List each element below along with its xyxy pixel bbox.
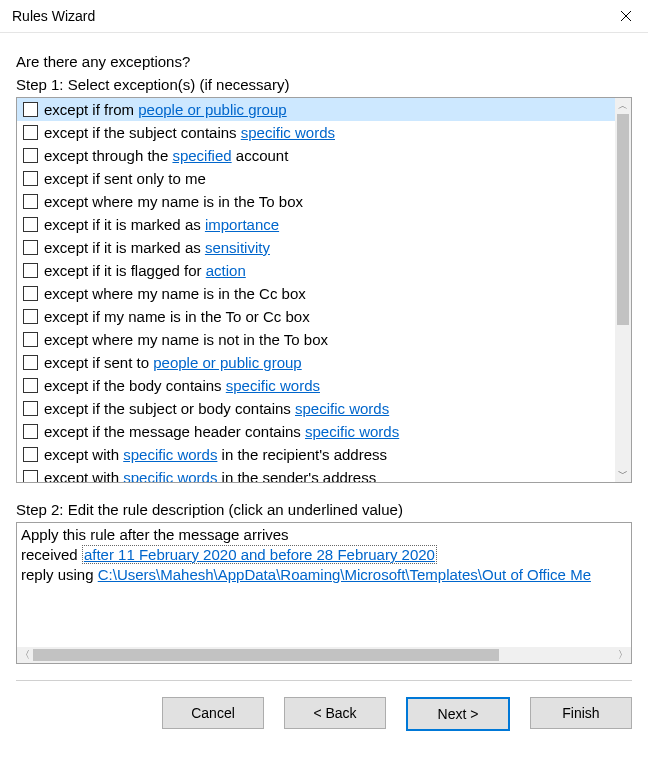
exception-item[interactable]: except if it is marked as importance bbox=[17, 213, 615, 236]
checkbox[interactable] bbox=[23, 125, 38, 140]
description-line: received after 11 February 2020 and befo… bbox=[21, 545, 627, 565]
checkbox[interactable] bbox=[23, 102, 38, 117]
exception-item[interactable]: except if it is marked as sensitivity bbox=[17, 236, 615, 259]
exception-item[interactable]: except with specific words in the recipi… bbox=[17, 443, 615, 466]
exception-item[interactable]: except if the body contains specific wor… bbox=[17, 374, 615, 397]
exception-text: except with specific words in the sender… bbox=[44, 467, 376, 482]
exceptions-listbox[interactable]: except if from people or public groupexc… bbox=[16, 97, 632, 483]
checkbox[interactable] bbox=[23, 401, 38, 416]
exception-text: except if sent to people or public group bbox=[44, 352, 302, 373]
exception-value-link[interactable]: importance bbox=[205, 216, 279, 233]
checkbox[interactable] bbox=[23, 217, 38, 232]
back-button[interactable]: < Back bbox=[284, 697, 386, 729]
exception-item[interactable]: except if the subject contains specific … bbox=[17, 121, 615, 144]
exception-text: except if it is marked as importance bbox=[44, 214, 279, 235]
checkbox[interactable] bbox=[23, 470, 38, 482]
exception-item[interactable]: except through the specified account bbox=[17, 144, 615, 167]
exception-item[interactable]: except if the message header contains sp… bbox=[17, 420, 615, 443]
exception-item[interactable]: except with specific words in the sender… bbox=[17, 466, 615, 482]
exception-item[interactable]: except if sent to people or public group bbox=[17, 351, 615, 374]
wizard-buttons: Cancel < Back Next > Finish bbox=[0, 681, 648, 731]
exception-text: except if my name is in the To or Cc box bbox=[44, 306, 310, 327]
exception-text: except where my name is in the Cc box bbox=[44, 283, 306, 304]
checkbox[interactable] bbox=[23, 286, 38, 301]
exception-value-link[interactable]: specific words bbox=[241, 124, 335, 141]
exception-text: except if from people or public group bbox=[44, 99, 287, 120]
exception-text: except where my name is in the To box bbox=[44, 191, 303, 212]
exception-value-link[interactable]: specific words bbox=[123, 469, 217, 482]
exception-value-link[interactable]: specific words bbox=[226, 377, 320, 394]
wizard-heading: Are there any exceptions? bbox=[16, 53, 632, 70]
exception-value-link[interactable]: action bbox=[206, 262, 246, 279]
exception-value-link[interactable]: people or public group bbox=[138, 101, 286, 118]
exception-text: except where my name is not in the To bo… bbox=[44, 329, 328, 350]
horizontal-scrollbar[interactable]: 〈 〉 bbox=[17, 647, 631, 663]
scroll-down-icon[interactable]: ﹀ bbox=[615, 466, 631, 482]
checkbox[interactable] bbox=[23, 378, 38, 393]
exception-item[interactable]: except if the subject or body contains s… bbox=[17, 397, 615, 420]
template-path-link[interactable]: C:\Users\Mahesh\AppData\Roaming\Microsof… bbox=[98, 566, 591, 583]
exception-text: except through the specified account bbox=[44, 145, 288, 166]
checkbox[interactable] bbox=[23, 309, 38, 324]
exception-text: except if it is marked as sensitivity bbox=[44, 237, 270, 258]
exception-value-link[interactable]: people or public group bbox=[153, 354, 301, 371]
exception-text: except if sent only to me bbox=[44, 168, 206, 189]
exception-text: except if it is flagged for action bbox=[44, 260, 246, 281]
checkbox[interactable] bbox=[23, 194, 38, 209]
window-title: Rules Wizard bbox=[12, 8, 95, 24]
exception-item[interactable]: except if it is flagged for action bbox=[17, 259, 615, 282]
exception-value-link[interactable]: specific words bbox=[123, 446, 217, 463]
close-button[interactable] bbox=[604, 0, 648, 32]
checkbox[interactable] bbox=[23, 447, 38, 462]
exception-item[interactable]: except if my name is in the To or Cc box bbox=[17, 305, 615, 328]
step2-label: Step 2: Edit the rule description (click… bbox=[16, 501, 632, 518]
exception-text: except if the message header contains sp… bbox=[44, 421, 399, 442]
exception-text: except with specific words in the recipi… bbox=[44, 444, 387, 465]
exception-value-link[interactable]: sensitivity bbox=[205, 239, 270, 256]
exception-text: except if the body contains specific wor… bbox=[44, 375, 320, 396]
step1-label: Step 1: Select exception(s) (if necessar… bbox=[16, 76, 632, 93]
exception-item[interactable]: except if sent only to me bbox=[17, 167, 615, 190]
hscroll-thumb[interactable] bbox=[33, 649, 499, 661]
vertical-scrollbar[interactable]: ︿ ﹀ bbox=[615, 98, 631, 482]
checkbox[interactable] bbox=[23, 332, 38, 347]
scroll-right-icon[interactable]: 〉 bbox=[615, 647, 631, 663]
exception-item[interactable]: except if from people or public group bbox=[17, 98, 615, 121]
close-icon bbox=[620, 10, 632, 22]
exception-value-link[interactable]: specified bbox=[172, 147, 231, 164]
exception-value-link[interactable]: specific words bbox=[305, 423, 399, 440]
exception-item[interactable]: except where my name is in the Cc box bbox=[17, 282, 615, 305]
exception-item[interactable]: except where my name is not in the To bo… bbox=[17, 328, 615, 351]
description-line: reply using C:\Users\Mahesh\AppData\Roam… bbox=[21, 565, 627, 585]
checkbox[interactable] bbox=[23, 355, 38, 370]
next-button[interactable]: Next > bbox=[406, 697, 510, 731]
rule-description-box: Apply this rule after the message arrive… bbox=[16, 522, 632, 664]
checkbox[interactable] bbox=[23, 171, 38, 186]
cancel-button[interactable]: Cancel bbox=[162, 697, 264, 729]
scroll-left-icon[interactable]: 〈 bbox=[17, 647, 33, 663]
date-range-link[interactable]: after 11 February 2020 and before 28 Feb… bbox=[82, 545, 437, 564]
exception-value-link[interactable]: specific words bbox=[295, 400, 389, 417]
title-bar: Rules Wizard bbox=[0, 0, 648, 32]
checkbox[interactable] bbox=[23, 240, 38, 255]
checkbox[interactable] bbox=[23, 424, 38, 439]
exception-item[interactable]: except where my name is in the To box bbox=[17, 190, 615, 213]
checkbox[interactable] bbox=[23, 148, 38, 163]
exception-text: except if the subject or body contains s… bbox=[44, 398, 389, 419]
scroll-thumb[interactable] bbox=[617, 114, 629, 325]
description-line: Apply this rule after the message arrive… bbox=[21, 525, 627, 545]
exception-text: except if the subject contains specific … bbox=[44, 122, 335, 143]
checkbox[interactable] bbox=[23, 263, 38, 278]
finish-button[interactable]: Finish bbox=[530, 697, 632, 729]
scroll-up-icon[interactable]: ︿ bbox=[615, 98, 631, 114]
